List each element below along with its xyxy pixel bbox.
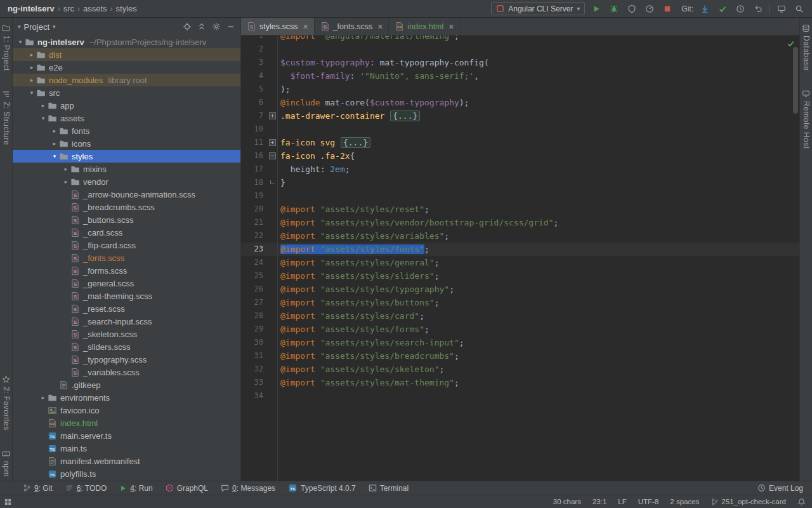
close-tab-icon[interactable]: ×: [377, 22, 383, 31]
tree-item-icons[interactable]: ▸icons: [13, 137, 240, 150]
coverage-button[interactable]: [625, 3, 638, 15]
line-number[interactable]: 33: [241, 376, 267, 389]
tree-item-forms-scss[interactable]: S_forms.scss: [13, 264, 240, 277]
tree-item-flip-card-scss[interactable]: S_flip-card.scss: [13, 239, 240, 251]
code-line-26[interactable]: 26@import "assets/styles/typography";: [241, 283, 799, 296]
code-line-1[interactable]: 1@import '@angular/material/theming';: [241, 36, 799, 43]
debug-button[interactable]: [608, 3, 620, 15]
chevron-right-icon[interactable]: ▸: [51, 128, 58, 134]
line-number[interactable]: 20: [241, 203, 267, 216]
tree-item-breadcrumbs-scss[interactable]: S_breadcrumbs.scss: [13, 201, 240, 213]
code-line-3[interactable]: 3$custom-typography: mat-typography-conf…: [241, 56, 799, 69]
close-tab-icon[interactable]: ×: [449, 22, 454, 31]
toolwindow-switcher-icon[interactable]: [4, 498, 12, 506]
toolwindow-button-z-structure[interactable]: Z: Structure: [2, 90, 11, 145]
chevron-right-icon[interactable]: ▸: [39, 394, 47, 401]
tree-item-reset-scss[interactable]: S_reset.scss: [13, 302, 240, 315]
editor-tab-styles-scss[interactable]: Sstyles.scss×: [241, 18, 315, 35]
project-panel-title[interactable]: Project: [24, 22, 49, 32]
tree-item-sliders-scss[interactable]: S_sliders.scss: [13, 340, 240, 353]
line-number[interactable]: 21: [241, 216, 267, 229]
run-button[interactable]: [590, 3, 603, 15]
tree-item-styles[interactable]: ▾styles: [13, 150, 240, 163]
code-line-16[interactable]: 16fa-icon .fa-2x{: [241, 149, 799, 163]
breadcrumb-item-assets[interactable]: assets: [82, 4, 108, 13]
line-number[interactable]: 16: [241, 149, 267, 163]
code-line-23[interactable]: 23@import "assets/styles/fonts";: [241, 243, 799, 256]
history-button[interactable]: [734, 3, 747, 15]
line-number[interactable]: 28: [241, 309, 267, 323]
notifications-icon[interactable]: [797, 498, 806, 506]
line-number[interactable]: 29: [241, 323, 267, 336]
toolwindow-button-messages[interactable]: 0: Messages: [221, 484, 275, 493]
code-line-18[interactable]: 18}: [241, 176, 799, 189]
tree-item-general-scss[interactable]: S_general.scss: [13, 277, 240, 290]
tree-item-ng-intelserv[interactable]: ▾ng-intelserv~/PhpstormProjects/ng-intel…: [13, 36, 240, 48]
line-number[interactable]: 11: [241, 136, 267, 149]
hide-panel-button[interactable]: [226, 22, 235, 31]
toolwindow-button-run[interactable]: 4: Run: [119, 484, 152, 493]
search-everywhere-button[interactable]: [793, 3, 806, 15]
line-number[interactable]: 25: [241, 269, 267, 283]
status-chars-count[interactable]: 30 chars: [553, 498, 581, 505]
code-line-22[interactable]: 22@import "assets/styles/variables";: [241, 229, 799, 243]
chevron-down-icon[interactable]: ▾: [53, 23, 56, 30]
line-number[interactable]: 3: [241, 56, 267, 69]
line-number[interactable]: 30: [241, 336, 267, 349]
tree-item-dist[interactable]: ▸dist: [13, 48, 240, 61]
toolwindow-button-todo[interactable]: 6: TODO: [65, 484, 107, 493]
line-number[interactable]: 10: [241, 123, 267, 136]
tree-item-search-input-scss[interactable]: S_search-input.scss: [13, 315, 240, 328]
editor-tab-index-html[interactable]: <>index.html×: [389, 18, 460, 35]
screencast-button[interactable]: [775, 3, 788, 15]
settings-icon[interactable]: [212, 22, 221, 31]
tree-item-src[interactable]: ▾src: [13, 86, 240, 99]
fold-marker-icon[interactable]: [267, 136, 277, 149]
tree-item-mixins[interactable]: ▸mixins: [13, 163, 240, 175]
fold-marker-icon[interactable]: [267, 109, 277, 123]
status-encoding[interactable]: UTF-8: [638, 498, 659, 505]
chevron-down-icon[interactable]: ▾: [16, 39, 24, 45]
toolwindow-button-database[interactable]: Database: [802, 24, 811, 70]
commit-button[interactable]: [716, 3, 729, 15]
code-line-27[interactable]: 27@import "assets/styles/buttons";: [241, 296, 799, 309]
line-number[interactable]: 24: [241, 256, 267, 269]
breadcrumb-item-styles[interactable]: styles: [115, 4, 138, 13]
editor-tab-fonts-scss[interactable]: S_fonts.scss×: [315, 18, 390, 35]
chevron-down-icon[interactable]: ▾: [51, 153, 58, 159]
code-line-5[interactable]: 5);: [241, 83, 799, 96]
tree-item-vendor[interactable]: ▸vendor: [13, 175, 240, 188]
tree-item-index-html[interactable]: <>index.html: [13, 417, 240, 429]
toolwindow-button-npm[interactable]: npm: [2, 450, 11, 477]
line-number[interactable]: 5: [241, 83, 267, 96]
code-line-28[interactable]: 28@import "assets/styles/card";: [241, 309, 799, 323]
toolwindow-button-terminal[interactable]: Terminal: [369, 484, 409, 493]
tree-item-assets[interactable]: ▾assets: [13, 112, 240, 124]
event-log-button[interactable]: Event Log: [757, 484, 803, 493]
breadcrumb-item-src[interactable]: src: [62, 4, 75, 13]
tree-item-environments[interactable]: ▸environments: [13, 391, 240, 404]
code-line-21[interactable]: 21@import "assets/styles/vendor/bootstra…: [241, 216, 799, 229]
tree-item-app[interactable]: ▸app: [13, 99, 240, 112]
code-line-2[interactable]: 2: [241, 43, 799, 56]
tree-item-favicon-ico[interactable]: favicon.ico: [13, 404, 240, 417]
line-number[interactable]: 4: [241, 69, 267, 83]
toolwindow-button-remote-host[interactable]: Remote Host: [802, 90, 811, 149]
line-number[interactable]: 32: [241, 363, 267, 376]
locate-file-button[interactable]: [183, 22, 192, 31]
rollback-button[interactable]: [752, 3, 764, 15]
chevron-down-icon[interactable]: ▾: [39, 115, 47, 121]
code-line-17[interactable]: 17 height: 2em;: [241, 163, 799, 176]
toolwindow-button-git[interactable]: 9: Git: [23, 484, 53, 493]
code-line-7[interactable]: 7.mat-drawer-container {...}: [241, 109, 799, 123]
code-line-24[interactable]: 24@import "assets/styles/general";: [241, 256, 799, 269]
line-number[interactable]: 22: [241, 229, 267, 243]
toolwindow-button-1-project[interactable]: 1: Project: [2, 24, 11, 71]
line-number[interactable]: 2: [241, 43, 267, 56]
chevron-right-icon[interactable]: ▸: [28, 64, 36, 70]
tree-item-fonts[interactable]: ▸fonts: [13, 124, 240, 137]
update-project-button[interactable]: [698, 3, 711, 15]
toolwindow-button-typescript-4-0-7[interactable]: TSTypeScript 4.0.7: [288, 483, 356, 493]
chevron-right-icon[interactable]: ▸: [28, 77, 36, 83]
toolwindow-button-graphql[interactable]: GraphQL: [166, 484, 208, 493]
